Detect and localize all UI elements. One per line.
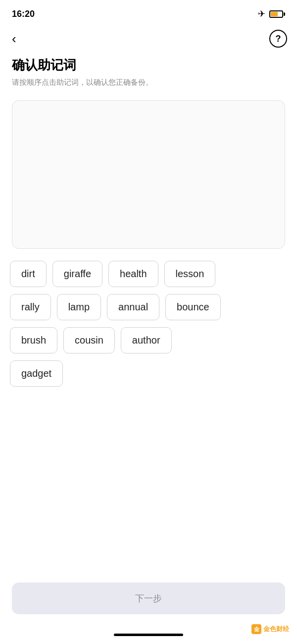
page-subtitle: 请按顺序点击助记词，以确认您正确备份。 bbox=[12, 77, 285, 88]
word-chip-health[interactable]: health bbox=[108, 261, 158, 287]
word-chip-bounce[interactable]: bounce bbox=[165, 294, 221, 320]
word-chip-brush[interactable]: brush bbox=[10, 327, 57, 353]
next-button-wrap: 下一步 bbox=[12, 583, 285, 614]
word-row-3: brush cousin author bbox=[10, 327, 287, 353]
status-time: 16:20 bbox=[12, 9, 35, 19]
word-row-4: gadget bbox=[10, 360, 287, 387]
word-chip-annual[interactable]: annual bbox=[107, 294, 159, 320]
word-chip-author[interactable]: author bbox=[121, 327, 172, 353]
battery-fill bbox=[271, 12, 278, 16]
watermark-text: 金色财经 bbox=[263, 625, 289, 634]
back-button[interactable]: ‹ bbox=[10, 30, 18, 47]
battery-tip bbox=[284, 12, 285, 16]
next-button[interactable]: 下一步 bbox=[12, 583, 285, 614]
word-chip-rally[interactable]: rally bbox=[10, 294, 51, 320]
word-chip-giraffe[interactable]: giraffe bbox=[52, 261, 102, 287]
status-icons: ✈ bbox=[258, 8, 285, 19]
word-row-1: dirt giraffe health lesson bbox=[10, 261, 287, 287]
status-bar: 16:20 ✈ bbox=[0, 0, 297, 26]
home-indicator bbox=[114, 634, 183, 636]
word-chip-lamp[interactable]: lamp bbox=[57, 294, 101, 320]
help-button[interactable]: ? bbox=[269, 30, 287, 48]
word-chip-cousin[interactable]: cousin bbox=[63, 327, 115, 353]
watermark-icon: 金 bbox=[251, 624, 261, 634]
mnemonic-display-area bbox=[12, 100, 285, 249]
word-chip-lesson[interactable]: lesson bbox=[164, 261, 216, 287]
page-title: 确认助记词 bbox=[12, 57, 285, 74]
word-grid: dirt giraffe health lesson rally lamp an… bbox=[0, 261, 297, 387]
watermark: 金 金色财经 bbox=[251, 624, 289, 634]
nav-bar: ‹ ? bbox=[0, 26, 297, 52]
battery-body bbox=[269, 10, 283, 18]
airplane-icon: ✈ bbox=[258, 8, 265, 19]
word-chip-dirt[interactable]: dirt bbox=[10, 261, 47, 287]
page-header: 确认助记词 请按顺序点击助记词，以确认您正确备份。 bbox=[0, 52, 297, 96]
word-chip-gadget[interactable]: gadget bbox=[10, 360, 63, 387]
word-row-2: rally lamp annual bounce bbox=[10, 294, 287, 320]
battery-icon bbox=[269, 10, 285, 18]
